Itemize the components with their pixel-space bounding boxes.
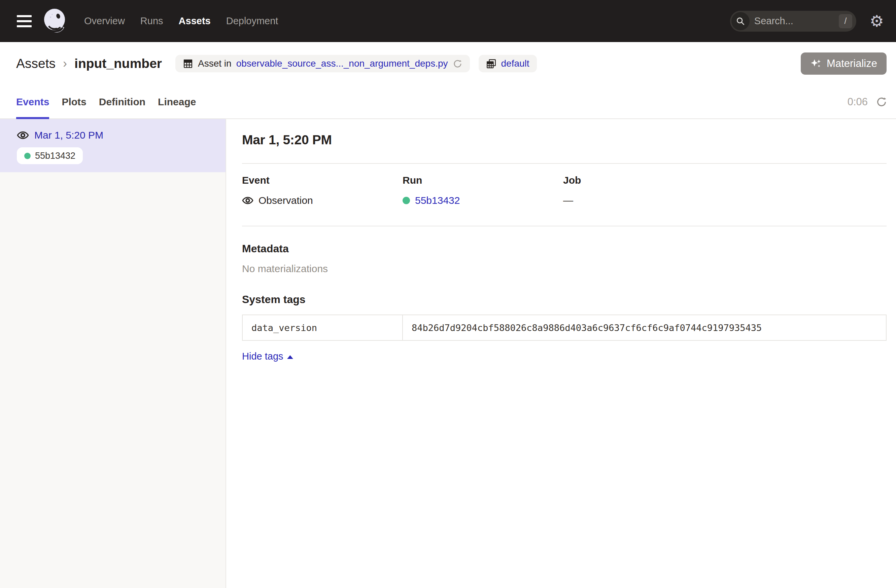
- divider: [242, 226, 887, 226]
- nav-item-overview[interactable]: Overview: [84, 15, 125, 27]
- run-column: Run 55b13432: [402, 175, 563, 206]
- sparkle-icon: [810, 58, 821, 69]
- breadcrumb-separator: ›: [63, 56, 67, 71]
- table-row: data_version 84b26d7d9204cbf588026c8a988…: [242, 315, 886, 340]
- asset-definition-file-link[interactable]: observable_source_ass..._non_argument_de…: [236, 58, 448, 69]
- search-input[interactable]: [750, 15, 839, 27]
- breadcrumb-assets-link[interactable]: Assets: [16, 56, 56, 71]
- asset-location-prefix: Asset in: [198, 58, 232, 69]
- job-column: Job —: [563, 175, 887, 206]
- event-summary-columns: Event Observation Run: [242, 175, 887, 206]
- event-type-value: Observation: [259, 195, 313, 206]
- asset-group-link[interactable]: default: [501, 58, 529, 69]
- job-column-header: Job: [563, 175, 887, 186]
- nav-item-assets[interactable]: Assets: [179, 15, 211, 27]
- tab-bar: Events Plots Definition Lineage 0:06: [0, 85, 896, 119]
- system-tags-table: data_version 84b26d7d9204cbf588026c8a988…: [242, 315, 887, 341]
- event-list-item-selected[interactable]: Mar 1, 5:20 PM 55b13432: [0, 119, 226, 172]
- primary-nav: Overview Runs Assets Deployment: [84, 15, 278, 27]
- hide-tags-link[interactable]: Hide tags: [242, 351, 293, 362]
- asset-group-pill: default: [478, 55, 537, 72]
- search-bar[interactable]: /: [730, 11, 856, 32]
- materialize-button-label: Materialize: [827, 58, 877, 70]
- content-body: Mar 1, 5:20 PM 55b13432 Mar 1, 5:20 PM E…: [0, 119, 896, 588]
- nav-item-deployment[interactable]: Deployment: [226, 15, 278, 27]
- event-timestamp: Mar 1, 5:20 PM: [34, 129, 103, 141]
- event-column: Event Observation: [242, 175, 402, 206]
- hide-tags-label: Hide tags: [242, 351, 283, 362]
- event-list-sidebar: Mar 1, 5:20 PM 55b13432: [0, 119, 226, 588]
- metadata-heading: Metadata: [242, 243, 887, 255]
- refresh-countdown: 0:06: [847, 96, 868, 108]
- asset-location-pill: Asset in observable_source_ass..._non_ar…: [175, 55, 469, 72]
- metadata-empty-message: No materializations: [242, 263, 887, 275]
- divider: [242, 163, 887, 164]
- event-run-id: 55b13432: [35, 151, 75, 161]
- caret-up-icon: [287, 355, 293, 359]
- copies-icon: [486, 59, 497, 69]
- event-column-header: Event: [242, 175, 402, 186]
- app-root: Overview Runs Assets Deployment / ⚙ Asse…: [0, 0, 896, 588]
- tag-key-cell: data_version: [242, 315, 402, 340]
- table-icon: [183, 59, 193, 69]
- search-icon: [731, 12, 750, 30]
- top-nav: Overview Runs Assets Deployment / ⚙: [0, 0, 896, 42]
- event-run-badge: 55b13432: [17, 147, 83, 164]
- reload-location-icon[interactable]: [453, 59, 462, 68]
- gear-icon[interactable]: ⚙: [870, 13, 884, 29]
- tab-events[interactable]: Events: [16, 85, 49, 119]
- tag-value-cell: 84b26d7d9204cbf588026c8a9886d403a6c9637c…: [402, 315, 886, 340]
- run-status-dot: [402, 197, 410, 204]
- run-status-dot: [24, 153, 30, 159]
- asset-header: Assets › input_number Asset in observabl…: [0, 42, 896, 85]
- tab-definition[interactable]: Definition: [99, 85, 145, 119]
- event-detail-title: Mar 1, 5:20 PM: [242, 132, 887, 147]
- hamburger-icon[interactable]: [17, 15, 32, 27]
- eye-icon: [242, 195, 253, 206]
- event-detail-panel: Mar 1, 5:20 PM Event Observation: [226, 119, 896, 588]
- eye-icon: [17, 129, 29, 141]
- dagster-logo[interactable]: [41, 8, 68, 35]
- run-id-link[interactable]: 55b13432: [415, 195, 460, 206]
- system-tags-heading: System tags: [242, 293, 887, 306]
- nav-item-runs[interactable]: Runs: [140, 15, 163, 27]
- search-shortcut-key: /: [839, 14, 852, 28]
- run-column-header: Run: [402, 175, 563, 186]
- refresh-icon[interactable]: [876, 96, 887, 108]
- job-empty-value: —: [563, 195, 573, 206]
- tab-lineage[interactable]: Lineage: [158, 85, 196, 119]
- breadcrumb-current-asset: input_number: [75, 56, 162, 71]
- tab-plots[interactable]: Plots: [62, 85, 86, 119]
- materialize-button[interactable]: Materialize: [801, 52, 887, 75]
